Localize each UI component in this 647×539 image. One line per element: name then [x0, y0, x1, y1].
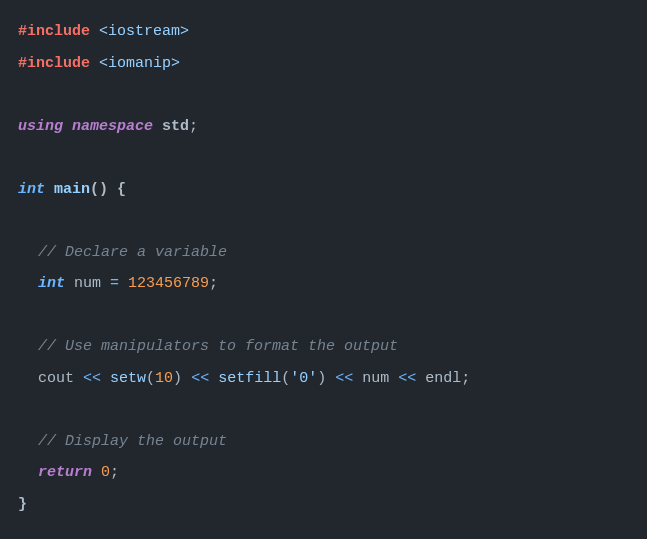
operator-stream: <<: [398, 370, 416, 387]
comment: // Declare a variable: [38, 244, 227, 261]
number-literal: 0: [101, 464, 110, 481]
blank-line: [18, 205, 629, 237]
blank-line: [18, 300, 629, 332]
var-num: num: [362, 370, 389, 387]
func-setw: setw: [110, 370, 146, 387]
code-line-4: int main() {: [18, 174, 629, 206]
comment: // Display the output: [38, 433, 227, 450]
parens: (): [90, 181, 108, 198]
code-line-9: // Display the output: [18, 426, 629, 458]
blank-line: [18, 394, 629, 426]
brace-open: {: [117, 181, 126, 198]
brace-close: }: [18, 496, 27, 513]
semicolon: ;: [461, 370, 470, 387]
semicolon: ;: [189, 118, 198, 135]
func-setfill: setfill: [218, 370, 281, 387]
code-line-3: using namespace std;: [18, 111, 629, 143]
ident-endl: endl: [425, 370, 461, 387]
paren-close: ): [173, 370, 182, 387]
blank-line: [18, 79, 629, 111]
paren-open: (: [146, 370, 155, 387]
type-int: int: [18, 181, 45, 198]
number-literal: 10: [155, 370, 173, 387]
include-path: <iostream>: [99, 23, 189, 40]
ident-cout: cout: [38, 370, 74, 387]
blank-line: [18, 142, 629, 174]
code-line-5: // Declare a variable: [18, 237, 629, 269]
preproc-directive: #include: [18, 23, 90, 40]
code-line-1: #include <iostream>: [18, 16, 629, 48]
operator-assign: =: [110, 275, 119, 292]
code-line-10: return 0;: [18, 457, 629, 489]
include-path: <iomanip>: [99, 55, 180, 72]
operator-stream: <<: [335, 370, 353, 387]
keyword-using: using: [18, 118, 63, 135]
paren-close: ): [317, 370, 326, 387]
paren-open: (: [281, 370, 290, 387]
operator-stream: <<: [83, 370, 101, 387]
semicolon: ;: [110, 464, 119, 481]
namespace-name: std: [162, 118, 189, 135]
char-literal: '0': [290, 370, 317, 387]
semicolon: ;: [209, 275, 218, 292]
var-num: num: [74, 275, 101, 292]
func-main: main: [54, 181, 90, 198]
code-block: #include <iostream> #include <iomanip> u…: [18, 16, 629, 520]
code-line-8: cout << setw(10) << setfill('0') << num …: [18, 363, 629, 395]
comment: // Use manipulators to format the output: [38, 338, 398, 355]
operator-stream: <<: [191, 370, 209, 387]
code-line-6: int num = 123456789;: [18, 268, 629, 300]
code-line-2: #include <iomanip>: [18, 48, 629, 80]
code-line-11: }: [18, 489, 629, 521]
keyword-namespace: namespace: [72, 118, 153, 135]
type-int: int: [38, 275, 65, 292]
preproc-directive: #include: [18, 55, 90, 72]
keyword-return: return: [38, 464, 92, 481]
number-literal: 123456789: [128, 275, 209, 292]
code-line-7: // Use manipulators to format the output: [18, 331, 629, 363]
